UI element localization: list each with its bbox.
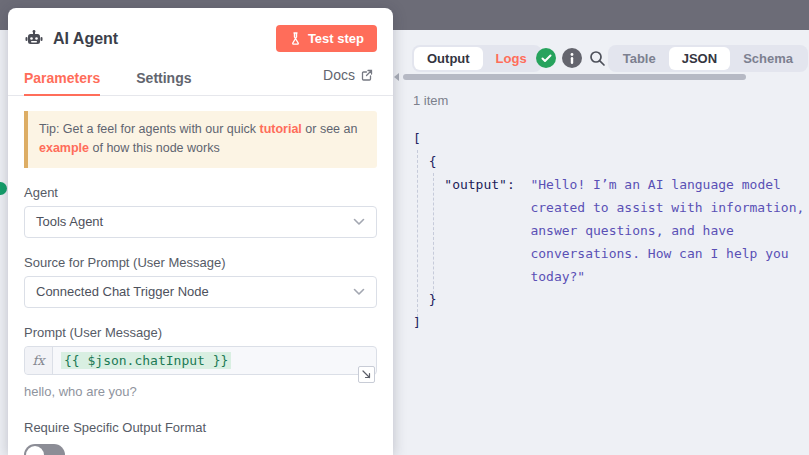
node-title-wrap: AI Agent	[24, 29, 118, 49]
chevron-down-icon	[353, 288, 365, 296]
tip-text-prefix: Tip: Get a feel for agents with our quic…	[39, 122, 259, 136]
tab-parameters[interactable]: Parameters	[24, 64, 100, 95]
json-line: "output": "Hello! I’m an AI language mod…	[413, 173, 804, 196]
prompt-source-select[interactable]: Connected Chat Trigger Node	[24, 276, 377, 308]
chevron-down-icon	[353, 218, 365, 226]
output-format-toggle[interactable]	[24, 444, 65, 455]
agent-select[interactable]: Tools Agent	[24, 206, 377, 238]
info-icon[interactable]	[562, 48, 582, 68]
search-icon[interactable]	[587, 48, 607, 68]
view-tab-json[interactable]: JSON	[669, 47, 730, 70]
agent-select-value: Tools Agent	[36, 214, 103, 229]
tip-callout: Tip: Get a feel for agents with our quic…	[24, 111, 377, 168]
json-line: created to assist with information,	[413, 196, 804, 219]
scrollbar-left-arrow[interactable]	[394, 73, 399, 81]
test-step-label: Test step	[308, 31, 364, 46]
app-window: AI Agent Test step Parameters Settings D…	[0, 0, 809, 455]
json-code: [ { "output": "Hello! I’m an AI language…	[413, 127, 804, 334]
tip-text-middle: or see an	[302, 122, 358, 136]
example-link[interactable]: example	[39, 141, 89, 155]
tip-text-suffix: of how this node works	[89, 141, 220, 155]
parameters-form: Tip: Get a feel for agents with our quic…	[8, 111, 393, 455]
horizontal-scrollbar[interactable]	[403, 74, 746, 80]
docs-label: Docs	[323, 67, 355, 83]
agent-field-label: Agent	[24, 185, 377, 200]
json-line: today?"	[413, 265, 804, 288]
tab-settings[interactable]: Settings	[136, 64, 191, 95]
success-status-icon	[536, 48, 556, 68]
panel-tabs: Parameters Settings Docs	[8, 58, 393, 96]
fx-badge: fx	[25, 347, 53, 374]
expand-expression-button[interactable]	[358, 366, 375, 383]
node-connector-dot	[0, 182, 7, 195]
json-line: [	[413, 127, 804, 150]
json-line: conversations. How can I help you	[413, 242, 804, 265]
prompt-expression-field[interactable]: fx {{ $json.chatInput }}	[24, 346, 377, 375]
node-title: AI Agent	[53, 30, 118, 48]
tutorial-link[interactable]: tutorial	[259, 122, 301, 136]
flask-icon	[289, 32, 301, 45]
json-line: {	[413, 150, 804, 173]
expression-preview: hello, who are you?	[24, 384, 377, 399]
expression-input[interactable]: {{ $json.chatInput }}	[53, 347, 239, 374]
prompt-source-select-value: Connected Chat Trigger Node	[36, 284, 209, 299]
test-step-button[interactable]: Test step	[276, 25, 377, 52]
node-settings-panel: AI Agent Test step Parameters Settings D…	[8, 8, 393, 455]
output-view-switcher: Table JSON Schema	[608, 45, 808, 72]
items-count: 1 item	[413, 93, 448, 108]
external-link-icon	[361, 69, 373, 81]
view-tab-table[interactable]: Table	[610, 47, 669, 70]
robot-icon	[24, 29, 44, 49]
expression-value: {{ $json.chatInput }}	[61, 352, 231, 369]
output-format-label: Require Specific Output Format	[24, 420, 377, 435]
prompt-field-label: Prompt (User Message)	[24, 325, 377, 340]
output-logs-switcher: Output Logs	[412, 45, 542, 72]
toggle-knob	[26, 446, 44, 455]
docs-link[interactable]: Docs	[323, 67, 373, 92]
tab-output[interactable]: Output	[414, 47, 483, 70]
json-line: ]	[413, 311, 804, 334]
json-line: }	[413, 288, 804, 311]
panel-header: AI Agent Test step	[8, 8, 393, 58]
tab-logs[interactable]: Logs	[483, 47, 540, 70]
json-line: answer questions, and have	[413, 219, 804, 242]
source-field-label: Source for Prompt (User Message)	[24, 255, 377, 270]
view-tab-schema[interactable]: Schema	[730, 47, 806, 70]
